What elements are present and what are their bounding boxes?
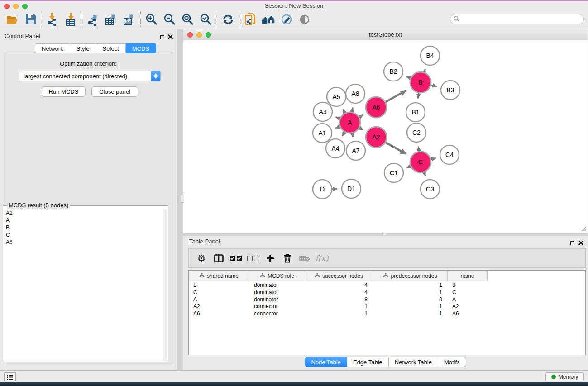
graph-node-B2[interactable]: B2 <box>384 62 403 81</box>
graph-node-B4[interactable]: B4 <box>421 46 440 65</box>
show-columns-icon[interactable] <box>211 251 226 266</box>
task-history-button[interactable] <box>4 372 16 381</box>
graph-edge-A-A1[interactable] <box>335 126 340 128</box>
result-item[interactable]: A2 <box>4 209 163 216</box>
graph-node-A1[interactable]: A1 <box>313 124 332 143</box>
tab-edge-table[interactable]: Edge Table <box>347 357 389 367</box>
zoom-in-icon[interactable] <box>143 11 161 28</box>
open-session-icon[interactable] <box>4 11 22 28</box>
close-panel-button[interactable]: Close panel <box>91 86 138 97</box>
result-item[interactable]: A <box>4 216 163 224</box>
graph-node-C[interactable]: C <box>410 152 431 172</box>
graph-edge-C-C1[interactable] <box>407 166 411 167</box>
graph-node-B3[interactable]: B3 <box>441 81 460 100</box>
horizontal-splitter-handle[interactable] <box>382 233 387 235</box>
resize-grip-icon[interactable] <box>580 225 587 232</box>
add-column-icon[interactable] <box>263 251 277 266</box>
graph-edge-A2-C[interactable] <box>386 143 406 154</box>
save-session-icon[interactable] <box>22 11 40 28</box>
table-settings-icon[interactable]: ⚙ <box>194 251 209 266</box>
apply-layout-icon[interactable] <box>219 11 237 28</box>
search-input[interactable] <box>450 14 584 24</box>
import-network-icon[interactable] <box>44 11 62 28</box>
column-header-MCDS-role[interactable]: MCDS role <box>249 271 305 281</box>
export-image-icon[interactable] <box>120 11 139 28</box>
graph-node-C3[interactable]: C3 <box>421 180 440 199</box>
table-row[interactable]: Cdominator41C <box>189 289 585 296</box>
graph-edge-C-C2[interactable] <box>418 147 419 152</box>
graph-node-A[interactable]: A <box>339 112 360 133</box>
graph-node-A6[interactable]: A6 <box>366 97 387 118</box>
graph-edge-A-A7[interactable] <box>352 133 353 137</box>
graph-edge-A6-B[interactable] <box>386 91 406 102</box>
tab-select[interactable]: Select <box>96 43 126 53</box>
result-item[interactable]: B <box>4 224 163 231</box>
graph-edge-A-A5[interactable] <box>343 109 344 113</box>
graph-edge-A-A3[interactable] <box>336 117 340 119</box>
export-table-icon[interactable] <box>102 11 120 28</box>
tab-motifs[interactable]: Motifs <box>438 357 466 367</box>
graph-edge-A-A8[interactable] <box>352 107 353 112</box>
graph-node-A2[interactable]: A2 <box>366 127 387 148</box>
close-panel-icon[interactable] <box>168 33 173 41</box>
graph-edge-C-C3[interactable] <box>424 172 425 176</box>
graph-node-D[interactable]: D <box>313 180 332 199</box>
unselect-all-columns-icon[interactable] <box>246 251 260 266</box>
export-network-icon[interactable] <box>84 11 102 28</box>
run-mcds-button[interactable]: Run MCDS <box>42 86 86 97</box>
zoom-fit-icon[interactable] <box>179 11 197 28</box>
select-all-columns-icon[interactable] <box>229 251 243 266</box>
float-table-panel-icon[interactable] <box>570 241 574 245</box>
graph-node-A8[interactable]: A8 <box>346 84 365 103</box>
graph-edge-B-B1[interactable] <box>418 93 419 99</box>
result-item[interactable]: C <box>4 231 163 238</box>
zoom-out-icon[interactable] <box>161 11 179 28</box>
graph-node-C1[interactable]: C1 <box>384 163 403 182</box>
column-header-shared-name[interactable]: shared name <box>189 271 249 281</box>
tab-node-table[interactable]: Node Table <box>305 357 347 367</box>
result-item[interactable]: A6 <box>4 238 163 245</box>
graph-edge-A-A6[interactable] <box>359 115 363 117</box>
tab-style[interactable]: Style <box>70 43 96 53</box>
graph-node-A4[interactable]: A4 <box>326 139 345 158</box>
column-header-successor-nodes[interactable]: successor nodes <box>305 271 373 281</box>
graph-node-C2[interactable]: C2 <box>407 123 426 142</box>
graph-node-A7[interactable]: A7 <box>346 141 365 160</box>
tab-mcds[interactable]: MCDS <box>126 43 156 53</box>
tab-network[interactable]: Network <box>35 43 70 53</box>
zoom-selected-icon[interactable] <box>197 11 215 28</box>
graph-node-C4[interactable]: C4 <box>440 145 459 164</box>
network-canvas[interactable]: B4B2BB3A5A8A6A3B1AA1C2A2A4A7C4CC1C3DD1 <box>183 40 588 233</box>
first-neighbors-icon[interactable] <box>259 11 277 28</box>
float-panel-icon[interactable] <box>160 35 164 39</box>
graph-node-A5[interactable]: A5 <box>327 87 346 106</box>
column-header-predecessor-nodes[interactable]: predecessor nodes <box>373 271 448 281</box>
graph-edge-C-C4[interactable] <box>431 158 436 160</box>
result-scrollbar[interactable] <box>163 209 167 361</box>
graph-edge-B-B3[interactable] <box>431 85 437 86</box>
table-row[interactable]: A2connector11A2 <box>189 303 585 310</box>
clone-network-icon[interactable] <box>241 11 259 28</box>
column-header-name[interactable]: name <box>448 271 488 281</box>
graph-edge-B-B4[interactable] <box>424 69 425 72</box>
graph-node-D1[interactable]: D1 <box>342 179 361 198</box>
delete-column-icon[interactable] <box>280 251 295 266</box>
tab-network-table[interactable]: Network Table <box>389 357 438 367</box>
close-table-panel-icon[interactable] <box>578 239 583 247</box>
memory-button[interactable]: Memory <box>545 372 584 381</box>
optimization-criterion-select[interactable]: largest connected component (directed) <box>19 71 161 81</box>
hide-details-icon[interactable] <box>277 11 296 28</box>
graph-node-A3[interactable]: A3 <box>313 102 332 121</box>
import-table-icon[interactable] <box>62 11 80 28</box>
splitter-handle[interactable] <box>181 195 184 203</box>
graph-node-B[interactable]: B <box>410 72 431 93</box>
graph-node-B1[interactable]: B1 <box>406 103 425 122</box>
table-row[interactable]: Bdominator41B <box>189 282 585 289</box>
graph-edge-A-A2[interactable] <box>359 128 363 130</box>
table-row[interactable]: Adominator80A <box>189 296 585 304</box>
birdseye-icon[interactable] <box>296 11 314 28</box>
table-row[interactable]: A6connector11A6 <box>189 310 585 318</box>
graph-edge-A-A4[interactable] <box>342 132 344 136</box>
network-window-titlebar[interactable]: testGlobe.txt <box>183 29 588 40</box>
graph-edge-B-B2[interactable] <box>406 77 411 79</box>
